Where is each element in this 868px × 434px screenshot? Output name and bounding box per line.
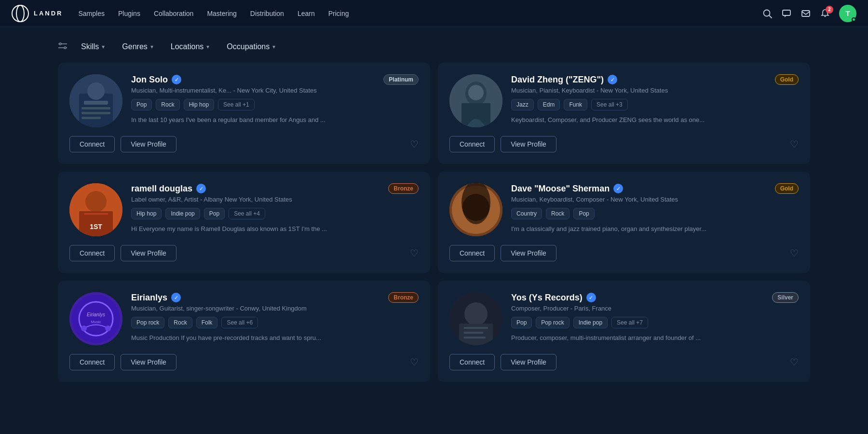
card-name-row: Eirianlys ✓ Bronze: [131, 292, 419, 303]
tag-more[interactable]: See all +6: [221, 317, 258, 328]
card-actions: Connect View Profile ♡: [449, 245, 799, 261]
profile-name: Yos (Ys Records): [511, 293, 583, 303]
occupations-chevron: ▾: [272, 43, 275, 50]
svg-rect-4: [783, 10, 790, 15]
tag-folk: Folk: [196, 317, 218, 328]
landr-logo-icon: [12, 5, 29, 22]
tag-more[interactable]: See all +4: [229, 208, 265, 219]
occupations-filter[interactable]: Occupations ▾: [223, 41, 279, 53]
card-name-row: Jon Solo ✓ Platinum: [131, 74, 419, 85]
tag-more[interactable]: See all +1: [218, 99, 255, 110]
card-name-left: Jon Solo ✓: [131, 75, 181, 85]
tier-badge: Platinum: [383, 74, 419, 85]
card-info-jon-solo: Jon Solo ✓ Platinum Musician, Multi-inst…: [131, 74, 419, 125]
tag-pop: Pop: [204, 208, 225, 219]
favorite-button[interactable]: ♡: [410, 247, 419, 259]
card-name-left: Dave "Moose" Sherman ✓: [511, 184, 623, 194]
profile-name: Dave "Moose" Sherman: [511, 184, 610, 194]
connect-button[interactable]: Connect: [449, 354, 495, 370]
card-actions: Connect View Profile ♡: [69, 136, 419, 152]
svg-rect-5: [802, 11, 810, 16]
tag-jazz: Jazz: [511, 99, 534, 110]
notifications-bell[interactable]: 2: [820, 8, 830, 19]
card-name-left: ramell douglas ✓: [131, 184, 206, 194]
card-bio: Music Production If you have pre-recorde…: [131, 333, 419, 343]
card-avatar-jon-solo: [69, 74, 122, 127]
nav-distribution[interactable]: Distribution: [250, 10, 284, 17]
main-content: Jon Solo ✓ Platinum Musician, Multi-inst…: [0, 63, 868, 401]
tag-rock: Rock: [546, 208, 570, 219]
avatar-art-ramell: 1ST: [69, 183, 122, 236]
nav-collaboration[interactable]: Collaboration: [154, 10, 194, 17]
card-subtitle: Musician, Pianist, Keyboardist - New Yor…: [511, 87, 799, 94]
verified-badge: ✓: [608, 75, 617, 84]
search-icon[interactable]: [762, 8, 773, 19]
svg-rect-43: [464, 332, 483, 334]
favorite-button[interactable]: ♡: [790, 138, 799, 150]
user-avatar[interactable]: T: [839, 5, 856, 22]
svg-rect-17: [81, 112, 110, 114]
nav-mastering[interactable]: Mastering: [207, 10, 236, 17]
card-name-left: Yos (Ys Records) ✓: [511, 293, 596, 303]
view-profile-button[interactable]: View Profile: [121, 354, 176, 370]
tag-pop: Pop: [511, 317, 532, 328]
notification-count: 2: [826, 6, 833, 14]
connect-button[interactable]: Connect: [449, 245, 495, 261]
occupations-label: Occupations: [227, 42, 270, 51]
locations-filter[interactable]: Locations ▾: [167, 41, 214, 53]
chat-icon[interactable]: [781, 8, 792, 19]
view-profile-button[interactable]: View Profile: [121, 136, 176, 152]
nav-plugins[interactable]: Plugins: [118, 10, 140, 17]
view-profile-button[interactable]: View Profile: [501, 245, 556, 261]
svg-rect-44: [464, 337, 486, 339]
skills-filter[interactable]: Skills ▾: [77, 41, 108, 53]
tier-badge: Gold: [775, 74, 799, 85]
view-profile-button[interactable]: View Profile: [121, 245, 176, 261]
locations-label: Locations: [171, 42, 204, 51]
card-subtitle: Musician, Multi-instrumentalist, Ke... -…: [131, 87, 419, 94]
filter-settings-icon[interactable]: [58, 41, 68, 53]
nav-samples[interactable]: Samples: [79, 10, 105, 17]
card-avatar-yos-records: [449, 292, 502, 345]
card-info-ramell-douglas: ramell douglas ✓ Bronze Label owner, A&R…: [131, 183, 419, 234]
favorite-button[interactable]: ♡: [790, 247, 799, 259]
card-name-row: Dave "Moose" Sherman ✓ Gold: [511, 183, 799, 194]
svg-point-14: [87, 82, 105, 100]
tag-more[interactable]: See all +3: [591, 99, 628, 110]
card-info-dave-moose: Dave "Moose" Sherman ✓ Gold Musician, Ke…: [511, 183, 799, 234]
card-top: Jon Solo ✓ Platinum Musician, Multi-inst…: [69, 74, 419, 127]
avatar-art-yos: [449, 292, 502, 345]
nav-right: 2 T: [762, 5, 856, 22]
profile-card-jon-solo: Jon Solo ✓ Platinum Musician, Multi-inst…: [58, 63, 430, 164]
connect-button[interactable]: Connect: [69, 136, 115, 152]
nav-learn[interactable]: Learn: [298, 10, 315, 17]
profile-card-ramell-douglas: 1ST ramell douglas ✓ Bronze Label owner,…: [58, 172, 430, 273]
connect-button[interactable]: Connect: [69, 245, 115, 261]
favorite-button[interactable]: ♡: [790, 356, 799, 368]
profile-card-david-zheng: David Zheng ("ZENG") ✓ Gold Musician, Pi…: [438, 63, 810, 164]
connect-button[interactable]: Connect: [449, 136, 495, 152]
nav-pricing[interactable]: Pricing: [328, 10, 349, 17]
svg-rect-16: [81, 107, 110, 109]
tag-more[interactable]: See all +7: [611, 317, 648, 328]
favorite-button[interactable]: ♡: [410, 138, 419, 150]
genre-tags: Pop Pop rock Indie pop See all +7: [511, 317, 799, 328]
view-profile-button[interactable]: View Profile: [501, 354, 556, 370]
favorite-button[interactable]: ♡: [410, 356, 419, 368]
profiles-grid: Jon Solo ✓ Platinum Musician, Multi-inst…: [58, 63, 810, 382]
svg-point-31: [462, 194, 489, 221]
connect-button[interactable]: Connect: [69, 354, 115, 370]
genres-filter[interactable]: Genres ▾: [118, 41, 157, 53]
verified-badge: ✓: [196, 184, 206, 193]
card-avatar-dave-moose: [449, 183, 502, 236]
view-profile-button[interactable]: View Profile: [501, 136, 556, 152]
tier-badge: Silver: [772, 292, 799, 303]
card-name-left: David Zheng ("ZENG") ✓: [511, 75, 617, 85]
profile-card-dave-moose-sherman: Dave "Moose" Sherman ✓ Gold Musician, Ke…: [438, 172, 810, 273]
mail-icon[interactable]: [800, 8, 811, 19]
svg-point-37: [81, 326, 87, 331]
logo-area[interactable]: LANDR: [12, 5, 63, 22]
filter-bar: Skills ▾ Genres ▾ Locations ▾ Occupation…: [0, 27, 868, 63]
skills-label: Skills: [81, 42, 99, 51]
tag-pop: Pop: [573, 208, 594, 219]
